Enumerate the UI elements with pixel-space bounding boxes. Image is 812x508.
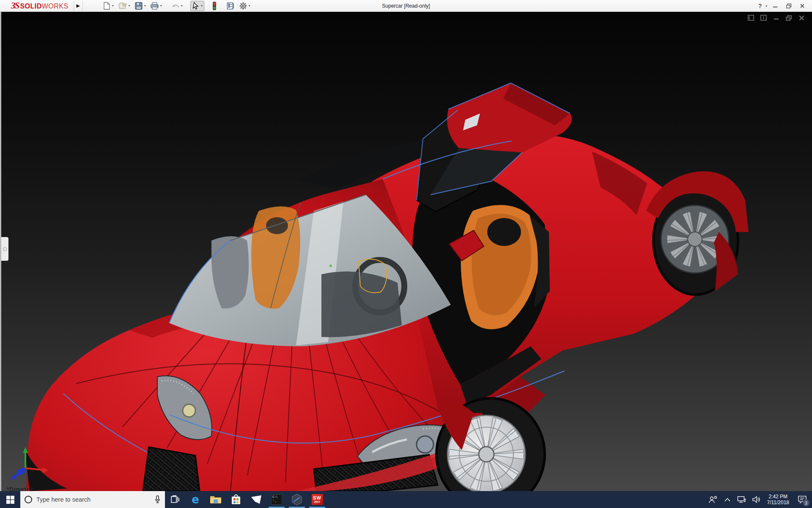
doc-restore-button[interactable] <box>785 14 793 21</box>
car-body-group <box>25 83 749 491</box>
select-cursor-icon <box>192 2 200 10</box>
clock[interactable]: 2:42 PM 7/11/2018 <box>765 494 791 505</box>
people-icon <box>708 496 718 503</box>
app-window-controls: ? ▾ <box>754 0 808 12</box>
supercar-3d-model[interactable] <box>0 12 812 491</box>
doc-pane-button-2[interactable] <box>760 14 767 21</box>
taskbar-edrawings-button[interactable] <box>287 491 307 508</box>
pane-icon-2 <box>760 15 767 21</box>
select-caret-icon[interactable]: ▾ <box>201 4 203 8</box>
print-caret-icon[interactable]: ▾ <box>160 4 162 8</box>
undo-caret-icon[interactable]: ▾ <box>181 4 183 8</box>
mail-icon <box>251 495 262 504</box>
taskbar-file-explorer-button[interactable] <box>206 491 226 508</box>
titlebar: ЗS SOLID WORKS ▶ ▾ ▾ <box>0 0 812 12</box>
doc-minimize-button[interactable] <box>772 14 780 21</box>
solidworks-logo-mark: ЗS <box>11 0 19 11</box>
new-document-button[interactable]: ▾ <box>101 1 115 11</box>
taskbar-mail-button[interactable] <box>246 491 266 508</box>
graphics-viewport[interactable]: *Dimetric <box>0 12 812 491</box>
flyout-arrow-icon: ▶ <box>76 3 80 8</box>
file-explorer-icon <box>210 494 222 505</box>
undo-button[interactable]: ▾ <box>170 1 184 11</box>
action-center-button[interactable]: 3 <box>795 491 809 508</box>
people-button[interactable] <box>708 491 718 508</box>
notification-badge: 3 <box>803 500 809 506</box>
clock-date: 7/11/2018 <box>767 500 790 505</box>
chevron-up-icon <box>724 498 730 502</box>
network-icon <box>737 496 746 503</box>
save-floppy-icon <box>134 2 143 10</box>
properties-list-icon <box>226 2 235 10</box>
taskbar-store-button[interactable] <box>226 491 246 508</box>
microphone-icon[interactable] <box>154 495 161 504</box>
select-tool-button[interactable]: ▾ <box>190 1 204 11</box>
tray-expand-button[interactable] <box>722 491 732 508</box>
new-caret-icon[interactable]: ▾ <box>112 4 114 8</box>
restore-button[interactable] <box>783 1 794 11</box>
orientation-triad <box>8 446 50 482</box>
solidworks-logo-solid: SOLID <box>20 3 41 10</box>
store-icon <box>231 494 241 505</box>
windows-logo-icon <box>6 496 14 504</box>
close-icon <box>800 3 805 8</box>
solidworks-logo-works: WORKS <box>42 3 69 10</box>
edge-icon: e <box>192 493 199 506</box>
taskbar-edge-button[interactable]: e <box>185 491 206 508</box>
options-caret-icon[interactable]: ▾ <box>249 4 250 8</box>
open-folder-icon <box>118 2 127 10</box>
minimize-icon <box>773 3 778 8</box>
flyout-tab-icon <box>3 247 7 251</box>
open-caret-icon[interactable]: ▾ <box>129 4 130 8</box>
doc-close-icon <box>799 15 804 21</box>
taskbar-search[interactable] <box>20 491 165 508</box>
doc-minimize-icon <box>774 15 779 21</box>
system-tray: 2:42 PM 7/11/2018 3 <box>708 491 812 508</box>
start-button[interactable] <box>0 491 20 508</box>
search-input[interactable] <box>36 496 150 503</box>
options-gear-icon <box>239 2 247 10</box>
taskbar-task-view-button[interactable] <box>165 491 185 508</box>
save-button[interactable]: ▾ <box>133 1 148 11</box>
options-button[interactable]: ▾ <box>237 1 252 11</box>
solidworks-logo: ЗS SOLID WORKS <box>11 0 69 11</box>
print-icon <box>150 2 159 10</box>
taskbar-empty-space <box>327 491 708 508</box>
solidworks-2017-icon: SW 2017 <box>312 494 323 505</box>
save-caret-icon[interactable]: ▾ <box>144 4 146 8</box>
network-button[interactable] <box>737 491 747 508</box>
print-button[interactable]: ▾ <box>148 1 164 11</box>
new-document-icon <box>102 2 111 10</box>
menu-flyout-button[interactable]: ▶ <box>74 1 83 11</box>
minimize-button[interactable] <box>770 1 781 11</box>
speaker-icon <box>752 496 760 503</box>
taskbar-command-prompt-button[interactable]: C:\ ›_ <box>266 491 287 508</box>
doc-restore-icon <box>786 15 792 21</box>
help-button[interactable]: ? <box>754 1 765 11</box>
cortana-icon <box>25 496 32 503</box>
command-prompt-icon: C:\ ›_ <box>271 494 282 505</box>
hexagon-app-icon <box>291 494 303 505</box>
volume-button[interactable] <box>751 491 761 508</box>
clock-time: 2:42 PM <box>767 494 790 500</box>
doc-pane-button-1[interactable] <box>747 14 754 21</box>
help-caret-icon[interactable]: ▾ <box>765 4 767 8</box>
quick-access-toolbar: ▾ ▾ ▾ ▾ <box>101 1 252 11</box>
open-document-button[interactable]: ▾ <box>116 1 132 11</box>
xpress-products-button[interactable] <box>210 1 219 11</box>
doc-close-button[interactable] <box>798 14 805 21</box>
undo-icon <box>171 2 180 10</box>
taskbar-solidworks-button[interactable]: SW 2017 <box>307 491 327 508</box>
pane-icon <box>748 15 754 21</box>
task-view-icon <box>170 495 180 504</box>
feature-manager-flyout-tab[interactable] <box>1 237 8 261</box>
traffic-light-icon <box>212 1 217 11</box>
document-window-controls <box>747 14 805 21</box>
properties-button[interactable] <box>225 1 236 11</box>
windows-taskbar: e C:\ ›_ SW <box>0 491 812 508</box>
close-button[interactable] <box>797 1 808 11</box>
restore-icon <box>786 3 792 8</box>
